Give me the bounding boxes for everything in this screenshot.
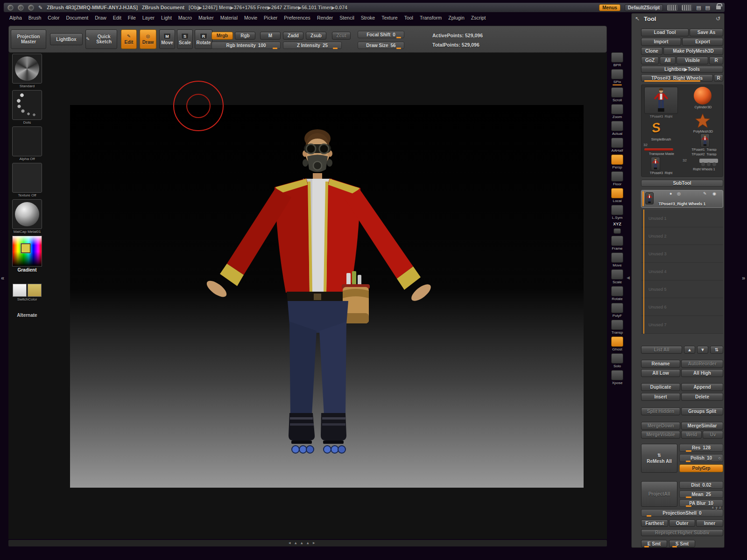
polish-slider[interactable]: Polish10○ [679, 454, 723, 462]
right-shelf-item[interactable]: BPR [608, 52, 627, 67]
menu-item[interactable]: Stencil [337, 14, 357, 21]
tool-item-simplebrush[interactable]: S [651, 120, 662, 136]
split-hidden-button[interactable]: Split Hidden [641, 407, 680, 415]
list-all-button[interactable]: List All [641, 346, 682, 354]
menu-item[interactable]: Stroke [358, 14, 378, 21]
minimize-button[interactable]: ⊖ [18, 5, 24, 11]
right-shelf-item[interactable]: XYZ [608, 222, 627, 226]
right-shelf-item[interactable]: Ghost [608, 336, 627, 351]
make-polymesh3d-button[interactable]: Make PolyMesh3D [663, 47, 723, 55]
secondary-color-swatch[interactable] [28, 284, 42, 297]
tool-item-current[interactable] [644, 87, 678, 114]
menu-item[interactable]: Movie [241, 14, 260, 21]
menu-item[interactable]: Zplugin [445, 14, 467, 21]
goz-all-button[interactable]: All [660, 56, 676, 64]
right-shelf-item[interactable]: Xpose [608, 370, 627, 385]
goz-button[interactable]: GoZ [641, 56, 659, 64]
focal-shift-slider[interactable]: Focal Shift0 [358, 31, 404, 38]
tool-item-transpose-master[interactable] [644, 148, 673, 151]
subtool-down-button[interactable]: ▼ [697, 346, 708, 354]
project-all-button[interactable]: ProjectAll [641, 481, 677, 507]
polish-mode-toggle-icon[interactable]: ○ [719, 456, 721, 461]
subtool-up-button[interactable]: ▲ [684, 346, 695, 354]
right-shelf-item[interactable]: PolyF [608, 303, 627, 318]
tool-item-right-wheels[interactable] [698, 158, 720, 167]
menu-item[interactable]: File [125, 14, 139, 21]
menus-button[interactable]: Menus [599, 4, 620, 11]
reproject-button[interactable]: Reproject Higher Subdiv [641, 529, 723, 536]
eye-icon[interactable]: ◉ [712, 191, 716, 196]
right-shelf-item[interactable]: Frame [608, 236, 627, 251]
right-shelf-item[interactable]: Transp [608, 320, 627, 335]
remesh-all-button[interactable]: ⇅ReMesh All [641, 444, 677, 473]
dock-arrow-icon[interactable]: ↖ [635, 15, 640, 22]
s-smt-slider[interactable]: S Smt [669, 540, 695, 547]
menu-item[interactable]: Document [63, 14, 91, 21]
tool-item-tpose3[interactable] [651, 157, 660, 171]
rgb-button[interactable]: Rgb [235, 32, 255, 40]
right-shelf-item[interactable]: Rotate [608, 286, 627, 301]
zbrush-logo-icon[interactable]: ✎ [38, 5, 42, 11]
farthest-button[interactable]: Farthest [641, 519, 668, 527]
color-picker[interactable]: Gradient [8, 236, 46, 273]
menu-item[interactable]: Render [314, 14, 336, 21]
mean-slider[interactable]: Mean25 [679, 490, 723, 498]
load-tool-button[interactable]: Load Tool [641, 28, 689, 36]
lock-icon[interactable] [716, 6, 721, 9]
inner-button[interactable]: Inner [696, 519, 723, 527]
menu-item[interactable]: Light [158, 14, 175, 21]
right-shelf-item[interactable] [608, 228, 627, 234]
right-shelf-item[interactable]: Persp [608, 154, 627, 169]
right-shelf-item[interactable]: AAHalf [608, 138, 627, 153]
scale-button[interactable]: SScale [177, 29, 193, 49]
right-shelf-item[interactable]: Local [608, 188, 627, 203]
tool-item-cylinder3d[interactable] [694, 87, 712, 105]
default-zscript-button[interactable]: DefaultZScript [625, 4, 663, 11]
menu-item[interactable]: Marker [196, 14, 217, 21]
brush-selector[interactable]: Standard [8, 54, 46, 88]
projection-master-button[interactable]: Projection Master [11, 29, 46, 49]
paste-document-icon[interactable]: ▤ [705, 5, 710, 11]
menu-item[interactable]: Draw [92, 14, 109, 21]
close-button[interactable]: ⊗ [7, 5, 14, 11]
maximize-button[interactable]: ⊕ [28, 5, 34, 11]
all-low-button[interactable]: All Low [641, 369, 680, 377]
zsub-button[interactable]: Zsub [306, 32, 326, 40]
rotate-button[interactable]: RRotate [195, 29, 212, 49]
mrgb-button[interactable]: Mrgb [211, 32, 233, 40]
dist-slider[interactable]: Dist0.02 [679, 481, 723, 489]
main-color-swatch[interactable] [13, 284, 27, 297]
right-shelf-item[interactable]: L.Sym [608, 205, 627, 220]
right-shelf-item[interactable]: Zoom [608, 104, 627, 119]
all-high-button[interactable]: All High [681, 369, 723, 377]
zadd-button[interactable]: Zadd [283, 32, 303, 40]
menu-item[interactable]: Zscript [468, 14, 489, 21]
menu-item[interactable]: Macro [176, 14, 195, 21]
subtool-unused-item[interactable]: Unused 5 [641, 280, 723, 298]
shader-icon[interactable]: ◎ [677, 191, 681, 196]
edit-pen-icon[interactable]: ✎ [703, 191, 707, 196]
right-shelf-item[interactable]: Floor [608, 171, 627, 186]
groups-split-button[interactable]: Groups Split [681, 407, 723, 415]
menu-item[interactable]: Material [218, 14, 240, 21]
goz-r-button[interactable]: R [709, 56, 723, 64]
import-button[interactable]: Import [641, 38, 681, 46]
subtool-current-item[interactable]: ● ◎ ✎ ◉ TPose#3_Right Wheels 1 [641, 190, 723, 208]
right-shelf-item[interactable]: Solo [608, 353, 627, 368]
weld-button[interactable]: Weld [681, 431, 702, 439]
subtool-unused-item[interactable]: Unused 3 [641, 245, 723, 263]
menu-item[interactable]: Texture [379, 14, 400, 21]
right-shelf-item[interactable]: SPix [608, 69, 627, 85]
right-shelf-item[interactable]: Scroll [608, 87, 627, 102]
m-button[interactable]: M [260, 32, 281, 40]
merge-similar-button[interactable]: MergeSimilar [681, 422, 723, 430]
uv-button[interactable]: Uv [703, 431, 723, 439]
document-canvas[interactable] [70, 105, 584, 488]
current-tool-button[interactable]: TPose#3_Right Wheels [641, 74, 713, 82]
edit-button[interactable]: ✎Edit [121, 29, 137, 49]
polygrp-button[interactable]: PolyGrp [679, 464, 723, 472]
texture-selector[interactable]: Texture Off [8, 163, 46, 197]
outer-button[interactable]: Outer [669, 519, 695, 527]
zcut-button[interactable]: Zcut [332, 32, 351, 40]
current-tool-r-button[interactable]: R [714, 74, 723, 82]
